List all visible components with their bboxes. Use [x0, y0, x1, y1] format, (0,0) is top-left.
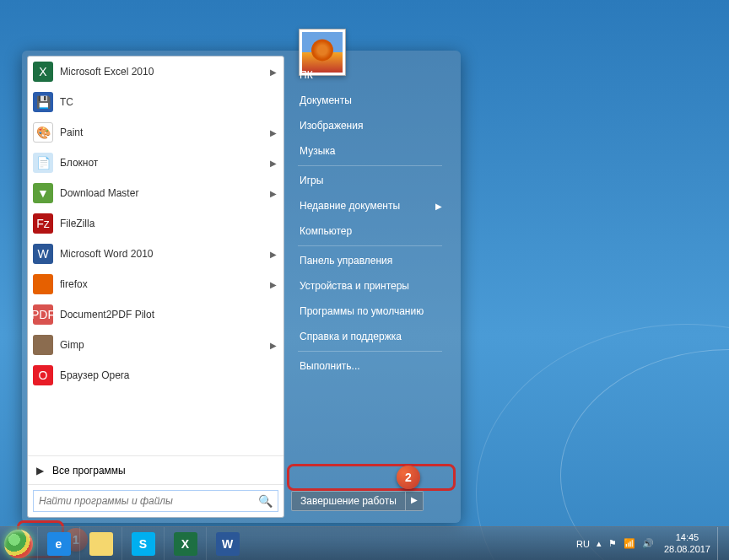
- program-label: FileZilla: [60, 218, 94, 229]
- separator: [298, 245, 442, 246]
- start-menu-link[interactable]: Устройства и принтеры: [291, 273, 449, 299]
- program-icon: Fz: [33, 213, 53, 234]
- link-label: Программы по умолчанию: [300, 305, 424, 317]
- search-input[interactable]: [39, 495, 258, 507]
- start-menu-link[interactable]: Изображения: [291, 113, 449, 138]
- link-label: Справка и поддержка: [300, 331, 402, 342]
- search-box[interactable]: 🔍: [33, 490, 278, 512]
- program-icon: 🎨: [33, 122, 53, 143]
- program-label: Paint: [60, 127, 83, 138]
- program-label: Document2PDF Pilot: [60, 309, 154, 320]
- program-label: Блокнот: [60, 157, 98, 169]
- taskbar-item-file-explorer[interactable]: [79, 527, 122, 560]
- start-menu-link[interactable]: Музыка: [291, 138, 449, 164]
- start-button[interactable]: [0, 527, 37, 561]
- program-item[interactable]: 🎨Paint▶: [28, 117, 284, 148]
- program-item[interactable]: ▼Download Master▶: [28, 178, 284, 208]
- search-icon: 🔍: [258, 494, 273, 508]
- start-menu-link[interactable]: Компьютер: [291, 218, 449, 244]
- submenu-arrow-icon: ▶: [270, 341, 277, 350]
- program-icon: X: [33, 62, 53, 82]
- volume-icon[interactable]: 🔊: [639, 538, 657, 549]
- program-item[interactable]: WMicrosoft Word 2010▶: [28, 239, 284, 269]
- windows-orb-icon: [4, 530, 33, 558]
- link-label: Документы: [300, 94, 352, 106]
- shutdown-button[interactable]: Завершение работы: [291, 491, 406, 511]
- start-menu-link[interactable]: Панель управления: [291, 248, 449, 273]
- show-desktop-button[interactable]: [717, 527, 726, 560]
- start-menu-right-panel: ПКДокументыИзображенияМузыкаИгрыНедавние…: [284, 56, 456, 518]
- link-label: Игры: [300, 175, 323, 186]
- program-label: Download Master: [60, 187, 138, 199]
- program-item[interactable]: XMicrosoft Excel 2010▶: [28, 57, 284, 87]
- start-menu-link[interactable]: Документы: [291, 88, 449, 113]
- program-item[interactable]: 📄Блокнот▶: [28, 148, 284, 178]
- taskbar-item-word[interactable]: W: [206, 527, 248, 560]
- program-icon: O: [33, 365, 53, 385]
- program-label: firefox: [60, 278, 88, 290]
- program-label: Microsoft Word 2010: [60, 248, 154, 260]
- taskbar-item-internet-explorer[interactable]: e: [37, 527, 79, 560]
- triangle-icon: ▶: [36, 465, 44, 477]
- separator: [298, 165, 442, 166]
- program-label: TC: [60, 96, 73, 108]
- start-menu-link[interactable]: Недавние документы▶: [291, 193, 449, 218]
- start-menu-left-panel: XMicrosoft Excel 2010▶💾TC🎨Paint▶📄Блокнот…: [27, 56, 284, 518]
- taskbar: eSXW RU ▴ ⚑ 📶 🔊 14:45 28.08.2017: [0, 526, 729, 560]
- submenu-arrow-icon: ▶: [270, 250, 277, 259]
- shutdown-options-arrow[interactable]: ▶: [406, 491, 424, 511]
- start-menu-link[interactable]: ПК: [291, 62, 449, 88]
- excel-icon: X: [174, 532, 197, 556]
- program-icon: 📄: [33, 153, 53, 173]
- system-tray: RU ▴ ⚑ 📶 🔊 14:45 28.08.2017: [573, 527, 729, 560]
- file-explorer-icon: [89, 532, 113, 556]
- start-menu: XMicrosoft Excel 2010▶💾TC🎨Paint▶📄Блокнот…: [22, 51, 461, 523]
- skype-icon: S: [132, 532, 155, 556]
- start-menu-link[interactable]: Справка и поддержка: [291, 324, 449, 349]
- program-item[interactable]: Gimp▶: [28, 330, 284, 360]
- link-label: Изображения: [300, 120, 363, 132]
- all-programs-button[interactable]: ▶ Все программы: [28, 455, 284, 484]
- program-icon: ▼: [33, 183, 53, 203]
- network-icon[interactable]: 📶: [620, 538, 639, 549]
- link-label: Устройства и принтеры: [300, 280, 409, 292]
- link-label: ПК: [300, 69, 313, 81]
- clock-date: 28.08.2017: [664, 544, 710, 555]
- program-icon: PDF: [33, 304, 53, 325]
- search-container: 🔍: [28, 484, 284, 517]
- start-menu-link[interactable]: Игры: [291, 168, 449, 193]
- internet-explorer-icon: e: [47, 532, 71, 556]
- program-item[interactable]: 💾TC: [28, 87, 284, 117]
- taskbar-item-excel[interactable]: X: [164, 527, 206, 560]
- program-label: Microsoft Excel 2010: [60, 66, 154, 78]
- program-icon: [33, 335, 53, 355]
- action-center-icon[interactable]: ⚑: [605, 538, 620, 549]
- shutdown-group: Завершение работы ▶: [291, 491, 449, 511]
- link-label: Панель управления: [300, 255, 392, 267]
- clock[interactable]: 14:45 28.08.2017: [657, 532, 717, 554]
- recent-programs-list: XMicrosoft Excel 2010▶💾TC🎨Paint▶📄Блокнот…: [28, 57, 284, 455]
- link-label: Компьютер: [300, 225, 352, 237]
- program-item[interactable]: FzFileZilla: [28, 208, 284, 239]
- start-menu-link[interactable]: Выполнить...: [291, 353, 449, 379]
- taskbar-item-skype[interactable]: S: [122, 527, 164, 560]
- submenu-arrow-icon: ▶: [435, 202, 442, 211]
- program-label: Браузер Opera: [60, 369, 130, 381]
- program-item[interactable]: firefox▶: [28, 269, 284, 299]
- clock-time: 14:45: [664, 532, 710, 543]
- all-programs-label: Все программы: [52, 465, 126, 477]
- program-item[interactable]: OБраузер Opera: [28, 360, 284, 390]
- program-item[interactable]: PDFDocument2PDF Pilot: [28, 299, 284, 330]
- submenu-arrow-icon: ▶: [270, 189, 277, 198]
- program-label: Gimp: [60, 339, 84, 351]
- word-icon: W: [216, 532, 240, 556]
- desktop-decoration: [476, 324, 729, 560]
- language-indicator[interactable]: RU: [573, 539, 593, 549]
- program-icon: W: [33, 244, 53, 264]
- tray-chevron-icon[interactable]: ▴: [593, 538, 605, 549]
- program-icon: [33, 274, 53, 294]
- start-menu-link[interactable]: Программы по умолчанию: [291, 299, 449, 324]
- link-label: Недавние документы: [300, 200, 400, 212]
- taskbar-pinned-items: eSXW: [37, 527, 248, 560]
- link-label: Выполнить...: [300, 360, 360, 372]
